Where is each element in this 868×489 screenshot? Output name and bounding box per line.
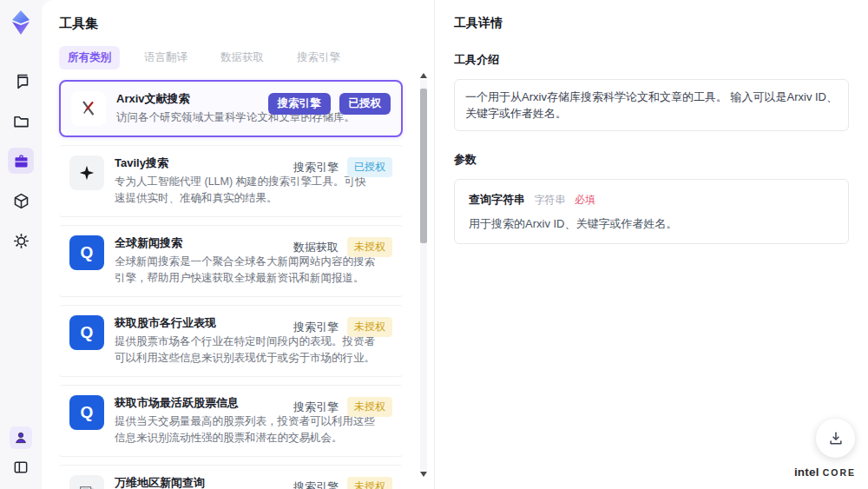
category-label: 数据获取: [293, 240, 339, 255]
parameter-header: 查询字符串 字符串 必填: [469, 191, 834, 208]
tavily-star-icon: [69, 155, 104, 190]
sidebar-bottom: [10, 426, 32, 479]
tool-description: 提供当天交易量最高的股票列表，投资者可以利用这些信息来识别流动性强的股票和潜在的…: [115, 413, 375, 446]
tool-intro-text: 一个用于从Arxiv存储库搜索科学论文和文章的工具。 输入可以是Arxiv ID…: [454, 79, 849, 131]
detail-title: 工具详情: [454, 16, 849, 31]
folder-icon: [15, 116, 28, 126]
chat-icon: [18, 77, 28, 88]
sidebar-item-settings[interactable]: [8, 228, 34, 254]
gear-icon: [17, 237, 24, 244]
category-label: 搜索引擎: [293, 400, 339, 415]
sidebar: [0, 0, 42, 489]
category-button[interactable]: 搜索引擎: [268, 93, 331, 115]
tab-data-fetch[interactable]: 数据获取: [212, 46, 273, 69]
tool-card-active-stocks[interactable]: Q 获取市场最活跃股票信息 提供当天交易量最高的股票列表，投资者可以利用这些信息…: [59, 385, 403, 457]
scrollbar[interactable]: [419, 73, 428, 477]
download-button[interactable]: [816, 419, 855, 458]
category-label: 搜索引擎: [293, 160, 339, 175]
scrollbar-thumb[interactable]: [420, 89, 427, 243]
tool-description: 提供股票市场各个行业在特定时间段内的表现。投资者可以利用这些信息来识别表现优于或…: [115, 334, 375, 367]
tool-detail-panel: 工具详情 工具介绍 一个用于从Arxiv存储库搜索科学论文和文章的工具。 输入可…: [434, 0, 868, 489]
tab-translation[interactable]: 语言翻译: [135, 46, 196, 69]
parameter-name: 查询字符串: [469, 193, 525, 206]
tool-list-panel: 工具集 所有类别 语言翻译 数据获取 搜索引擎 Arxiv文献搜索 访问: [42, 0, 434, 489]
status-badge: 未授权: [347, 317, 392, 337]
stock-tool-logo-icon: Q: [69, 395, 104, 430]
category-tabs: 所有类别 语言翻译 数据获取 搜索引擎: [59, 46, 417, 69]
news-search-logo-icon: Q: [69, 235, 104, 270]
sidebar-item-chat[interactable]: [8, 68, 34, 94]
sidebar-item-tools[interactable]: [8, 148, 34, 174]
status-badge: 未授权: [347, 237, 392, 257]
sidebar-item-files[interactable]: [8, 108, 34, 134]
tab-search-engine[interactable]: 搜索引擎: [288, 46, 349, 69]
newspaper-icon: [69, 475, 104, 489]
status-badge: 未授权: [347, 477, 392, 489]
sidebar-item-packages[interactable]: [8, 188, 34, 214]
category-label: 搜索引擎: [293, 479, 339, 489]
stock-tool-logo-icon: Q: [69, 315, 104, 350]
intel-wordmark: intel: [794, 466, 819, 479]
authorized-button[interactable]: 已授权: [339, 93, 391, 115]
tool-card-tavily[interactable]: Tavily搜索 专为人工智能代理 (LLM) 构建的搜索引擎工具。可快速提供实…: [59, 145, 403, 217]
user-avatar-icon[interactable]: [10, 426, 32, 449]
toolbox-icon: [15, 155, 27, 167]
app-logo-icon[interactable]: [5, 7, 36, 38]
page-title: 工具集: [59, 16, 417, 32]
parameter-type: 字符串: [534, 194, 565, 206]
core-wordmark: CORE: [823, 467, 856, 478]
scroll-down-arrow-icon[interactable]: [420, 472, 427, 477]
tool-card-regional-news[interactable]: 万维地区新闻查询 查询具体行政区划内的新闻，快速了解各地新闻动 搜索引擎 未授权: [59, 465, 403, 489]
status-badge: 未授权: [347, 397, 392, 417]
intel-core-logo: intel CORE: [794, 466, 856, 479]
params-heading: 参数: [454, 152, 849, 168]
collapse-panel-icon[interactable]: [10, 456, 32, 479]
category-label: 搜索引擎: [293, 320, 339, 335]
parameter-description: 用于搜索的Arxiv ID、关键字或作者姓名。: [469, 216, 834, 232]
intro-heading: 工具介绍: [454, 52, 849, 68]
sidebar-nav: [8, 68, 34, 254]
parameter-required-flag: 必填: [575, 194, 595, 206]
tool-card-arxiv[interactable]: Arxiv文献搜索 访问各个研究领域大量科学论文和文章的存储库。 搜索引擎 已授…: [59, 80, 403, 137]
tool-card-list: Arxiv文献搜索 访问各个研究领域大量科学论文和文章的存储库。 搜索引擎 已授…: [59, 80, 417, 489]
scroll-up-arrow-icon[interactable]: [420, 73, 427, 78]
status-badge: 已授权: [347, 157, 392, 177]
tool-card-global-news[interactable]: Q 全球新闻搜索 全球新闻搜索是一个聚合全球各大新闻网站内容的搜索引擎，帮助用户…: [59, 225, 403, 297]
tool-card-sector-performance[interactable]: Q 获取股市各行业表现 提供股票市场各个行业在特定时间段内的表现。投资者可以利用…: [59, 305, 403, 377]
tab-all-categories[interactable]: 所有类别: [59, 46, 120, 69]
tool-description: 全球新闻搜索是一个聚合全球各大新闻网站内容的搜索引擎，帮助用户快速获取全球最新资…: [115, 254, 375, 287]
tool-description: 专为人工智能代理 (LLM) 构建的搜索引擎工具。可快速提供实时、准确和真实的结…: [115, 174, 375, 207]
parameter-item: 查询字符串 字符串 必填 用于搜索的Arxiv ID、关键字或作者姓名。: [454, 179, 849, 244]
main-surface: 工具集 所有类别 语言翻译 数据获取 搜索引擎 Arxiv文献搜索 访问: [42, 0, 868, 489]
arxiv-logo-icon: [71, 91, 106, 126]
